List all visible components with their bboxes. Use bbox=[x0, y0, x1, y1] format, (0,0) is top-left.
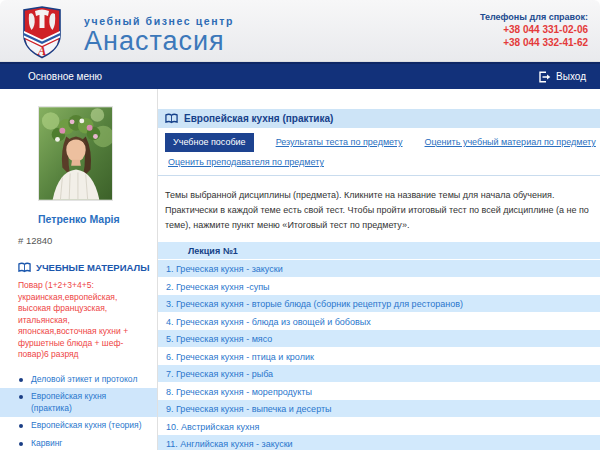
lecture-link[interactable]: 9. Греческая кухня - выпечка и десерты bbox=[158, 400, 600, 418]
phones-label: Телефоны для справок: bbox=[480, 12, 588, 22]
lecture-rows: 1. Греческая кухня - закуски2. Греческая… bbox=[158, 260, 600, 450]
materials-section-title: УЧЕБНЫЕ МАТЕРИАЛЫ bbox=[18, 262, 157, 273]
lecture-link[interactable]: 6. Греческая кухня - птица и кролик bbox=[158, 348, 600, 365]
main-navbar: Основное меню Выход bbox=[0, 62, 600, 89]
lecture-link[interactable]: 4. Греческая кухня - блюда из овощей и б… bbox=[158, 313, 600, 330]
exit-arrow-icon bbox=[538, 71, 551, 83]
page-title: Европейская кухня (практика) bbox=[184, 113, 333, 124]
tab-link[interactable]: Оценить преподавателя по предмету bbox=[168, 156, 324, 169]
tab-active[interactable]: Учебное пособие bbox=[165, 133, 254, 152]
lecture-link[interactable]: 5. Греческая кухня - мясо bbox=[158, 330, 600, 348]
tab-link[interactable]: Оценить учебный материал по предмету bbox=[425, 136, 596, 149]
lecture-link[interactable]: 3. Греческая кухня - вторые блюда (сборн… bbox=[158, 295, 600, 313]
intro-text: Темы выбранной дисциплины (предмета). Кл… bbox=[165, 188, 590, 233]
sidebar-subject-list: Деловой этикет и протоколЕвропейская кух… bbox=[0, 371, 157, 450]
logout-label: Выход bbox=[556, 71, 586, 82]
sidebar-item[interactable]: Деловой этикет и протокол bbox=[0, 371, 157, 389]
materials-title-label: УЧЕБНЫЕ МАТЕРИАЛЫ bbox=[36, 262, 149, 273]
site-header: А учебный бизнес центр Анастасия Телефон… bbox=[0, 0, 600, 62]
lecture-link[interactable]: 8. Греческая кухня - морепродукты bbox=[158, 383, 600, 400]
lecture-header: Лекция №1 bbox=[158, 242, 600, 260]
logout-button[interactable]: Выход bbox=[538, 71, 586, 83]
lecture-link[interactable]: 11. Английская кухня - закуски bbox=[158, 435, 600, 450]
lecture-link[interactable]: 10. Австрийская кухня bbox=[158, 418, 600, 435]
user-photo bbox=[38, 106, 113, 201]
lecture-link[interactable]: 1. Греческая кухня - закуски bbox=[158, 260, 600, 278]
sidebar-item-active[interactable]: Европейская кухня (практика) bbox=[0, 388, 157, 417]
phone-number-2: +38 044 332-41-62 bbox=[480, 37, 588, 48]
main-menu-link[interactable]: Основное меню bbox=[14, 71, 102, 82]
page: А учебный бизнес центр Анастасия Телефон… bbox=[0, 0, 600, 450]
course-description: Повар (1+2+3+4+5: украинская,европейская… bbox=[18, 280, 139, 361]
lecture-link[interactable]: 7. Греческая кухня - рыба bbox=[158, 365, 600, 383]
crest-logo-icon: А bbox=[22, 6, 62, 59]
sidebar-item[interactable]: Европейская кухня (теория) bbox=[0, 417, 157, 435]
open-book-icon bbox=[18, 262, 31, 273]
user-id: # 12840 bbox=[18, 235, 157, 246]
lecture-list: Лекция №1 1. Греческая кухня - закуски2.… bbox=[158, 242, 600, 450]
svg-text:А: А bbox=[37, 43, 47, 58]
brand: учебный бизнес центр Анастасия bbox=[84, 15, 234, 57]
open-book-icon bbox=[165, 113, 178, 124]
brand-name: Анастасия bbox=[84, 26, 234, 57]
lecture-link[interactable]: 2. Греческая кухня -супы bbox=[158, 278, 600, 295]
phone-number-1: +38 044 331-02-06 bbox=[480, 24, 588, 35]
sidebar-item[interactable]: Карвинг bbox=[0, 435, 157, 450]
tab-bar: Учебное пособиеРезультаты теста по предм… bbox=[165, 133, 600, 169]
contact-phones: Телефоны для справок: +38 044 331-02-06 … bbox=[480, 12, 588, 48]
page-title-bar: Европейская кухня (практика) bbox=[158, 109, 600, 128]
divider bbox=[158, 175, 600, 176]
user-name: Петренко Марія bbox=[38, 213, 157, 225]
tab-link[interactable]: Результаты теста по предмету bbox=[276, 136, 403, 149]
sidebar: Петренко Марія # 12840 УЧЕБНЫЕ МАТЕРИАЛЫ… bbox=[0, 89, 158, 450]
main-content: Европейская кухня (практика) Учебное пос… bbox=[158, 89, 600, 450]
content: Петренко Марія # 12840 УЧЕБНЫЕ МАТЕРИАЛЫ… bbox=[0, 89, 600, 450]
